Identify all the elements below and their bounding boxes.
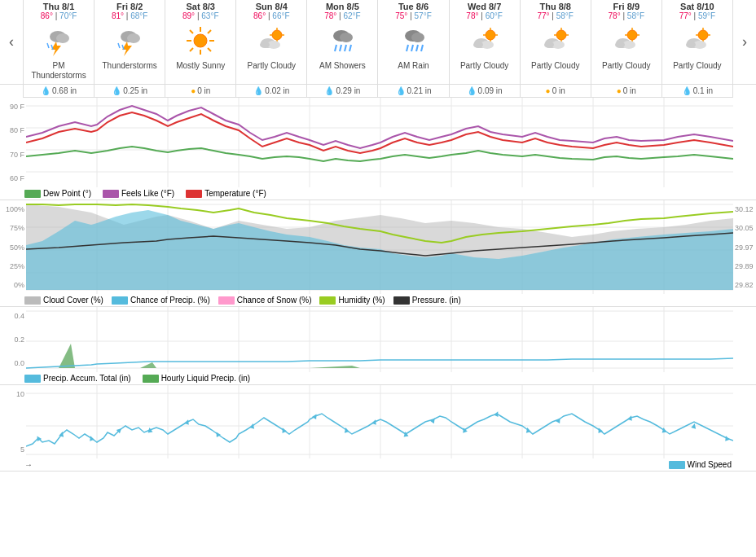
svg-line-38 [421,45,423,51]
legend-feelslike-label: Feels Like (°F) [121,189,174,198]
day-high: 89° [182,11,195,20]
day-headers-row: ‹ Thu 8/1 86° | 70°F PM Thunderstorms Fr… [0,0,756,85]
legend-precip-chance: Chance of Precip. (%) [112,296,210,305]
day-high: 78° [609,11,621,20]
day-temps: 78° | 60°F [451,11,519,20]
day-name: Sat 8/3 [166,2,235,11]
precip-dot: 💧 [41,86,51,95]
svg-line-32 [349,45,351,51]
temp-legend: Dew Point (°) Feels Like (°F) Temperatur… [0,187,756,200]
day-temps: 89° | 63°F [166,11,235,20]
svg-point-47 [556,30,566,40]
svg-marker-129 [147,428,153,433]
day-temps: 77° | 59°F [663,11,732,20]
day-description: AM Showers [308,61,376,82]
wind-arrow-indicator: → [24,460,33,469]
wind-axis-5: 5 [2,445,24,454]
legend-wind-speed: Wind Speed [669,460,732,469]
day-temps: 78° | 58°F [592,11,661,20]
day-col-5: Tue 8/6 75° | 57°F AM Rain [378,0,449,84]
pressure-axis-3: 29.97 [735,243,756,252]
svg-point-46 [473,42,483,48]
precip-cell-2: ●0 in [165,85,236,97]
svg-point-62 [615,42,625,48]
legend-snow-chance-color [218,296,235,305]
day-temps: 78° | 62°F [308,11,376,20]
wind-chart [26,385,733,458]
precip-row: 💧0.68 in💧0.25 in●0 in💧0.02 in💧0.29 in💧0.… [23,85,733,98]
precip-dot: 💧 [682,86,692,95]
svg-marker-112 [26,344,733,368]
legend-dewpoint: Dew Point (°) [24,189,91,198]
day-description: Partly Cloudy [521,61,590,82]
day-low: 70°F [59,11,77,20]
svg-point-54 [544,42,554,48]
weather-icon [663,20,732,61]
svg-line-31 [345,45,346,51]
precip-dot: 💧 [467,86,477,95]
precip-cell-5: 💧0.21 in [378,85,449,97]
temperature-chart [26,98,733,187]
day-description: Partly Cloudy [237,61,305,82]
precip-cell-1: 💧0.25 in [94,85,165,97]
day-low: 66°F [272,11,289,20]
day-col-9: Sat 8/10 77° | 59°F Partly Cloudy [662,0,733,84]
svg-marker-147 [723,435,730,441]
pressure-axis-4: 29.89 [735,262,756,270]
day-low: 58°F [556,11,574,20]
svg-marker-137 [403,432,409,437]
day-high: 78° [324,11,336,20]
svg-marker-139 [461,427,468,433]
legend-feelslike: Feels Like (°F) [103,189,174,198]
legend-pressure-label: Pressure. (in) [412,296,461,305]
legend-cloudcover-color [24,296,41,305]
precip-dot: 💧 [112,86,121,95]
humidity-chart-section: 100% 75% 50% 25% 0% [0,200,756,307]
pct-axis-100: 100% [2,205,24,213]
precip-amount: 0.09 in [478,86,503,95]
legend-cloudcover-label: Cloud Cover (%) [43,296,103,305]
legend-humidity-color [319,296,336,305]
legend-accum-total-label: Precip. Accum. Total (in) [43,374,131,383]
day-low: 68°F [130,11,147,20]
legend-dewpoint-color [24,190,41,198]
weather-icon [237,20,305,61]
day-high: 81° [112,11,124,20]
day-col-8: Fri 8/9 78° | 58°F Partly Cloudy [591,0,662,84]
precip-cell-0: 💧0.68 in [23,85,94,97]
legend-dewpoint-label: Dew Point (°) [43,189,91,198]
temp-axis-80: 80 F [2,126,24,134]
weather-icon [24,20,93,61]
precip-cell-8: ●0 in [591,85,662,97]
svg-point-28 [340,33,353,42]
day-high: 86° [41,11,53,20]
legend-precip-chance-label: Chance of Precip. (%) [130,296,210,305]
legend-humidity-label: Humidity (%) [338,296,385,305]
svg-point-10 [194,34,207,47]
pct-axis-0: 0% [2,281,24,289]
day-high: 77° [537,11,549,20]
day-col-4: Mon 8/5 78° | 62°F AM Showers [307,0,378,84]
svg-marker-134 [312,413,319,419]
day-description: Mostly Sunny [166,61,235,82]
wind-axis-10: 10 [2,390,24,398]
precip-amount: 0.68 in [52,86,77,95]
day-high: 77° [679,11,692,20]
next-arrow[interactable]: › [733,0,756,84]
legend-pressure-color [393,296,410,305]
day-description: PM Thunderstorms [24,61,93,82]
precip-dot: ● [191,86,196,95]
weather-widget: ‹ Thu 8/1 86° | 70°F PM Thunderstorms Fr… [0,0,756,471]
pct-axis-75: 75% [2,224,24,232]
day-temps: 86° | 70°F [24,11,93,20]
legend-hourly-precip-label: Hourly Liquid Precip. (in) [161,374,251,383]
precip-cell-4: 💧0.29 in [307,85,378,97]
accum-chart [26,307,733,372]
prev-arrow[interactable]: ‹ [0,0,23,84]
legend-pressure: Pressure. (in) [393,296,461,305]
wind-legend: → Wind Speed [0,458,756,471]
day-temps: 81° | 68°F [95,11,164,20]
svg-line-16 [208,48,211,51]
weather-icon [166,20,235,61]
svg-line-18 [190,48,193,51]
